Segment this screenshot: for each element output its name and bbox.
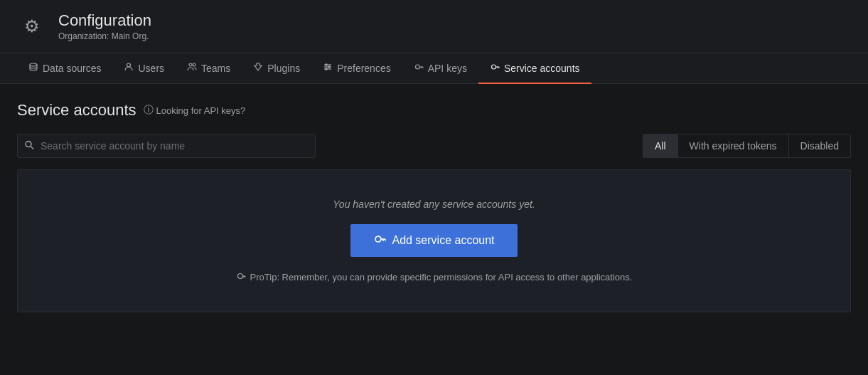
tab-service-accounts-label: Service accounts xyxy=(504,63,580,74)
tab-plugins[interactable]: Plugins xyxy=(242,53,311,84)
header-text: Configuration Organization: Main Org. xyxy=(58,11,151,41)
protip-text: ProTip: Remember, you can provide specif… xyxy=(250,272,633,282)
configuration-icon: ⚙ xyxy=(17,11,47,41)
api-keys-hint[interactable]: ⓘ Looking for API keys? xyxy=(144,104,246,117)
protip-icon xyxy=(236,271,246,283)
tab-service-accounts[interactable]: Service accounts xyxy=(478,53,591,84)
org-subtitle: Organization: Main Org. xyxy=(58,31,151,41)
tab-preferences-label: Preferences xyxy=(337,63,390,74)
svg-point-1 xyxy=(127,63,131,67)
tab-plugins-label: Plugins xyxy=(267,63,300,74)
svg-point-18 xyxy=(26,142,31,147)
tab-data-sources[interactable]: Data sources xyxy=(17,53,112,84)
filter-expired-button[interactable]: With expired tokens xyxy=(678,134,789,157)
data-sources-icon xyxy=(28,62,38,74)
svg-point-7 xyxy=(326,64,327,65)
page-title-row: Service accounts ⓘ Looking for API keys? xyxy=(17,101,851,120)
search-input[interactable] xyxy=(17,134,316,158)
filter-disabled-button[interactable]: Disabled xyxy=(789,134,850,157)
tab-users-label: Users xyxy=(138,63,164,74)
search-icon xyxy=(24,140,34,152)
page-header: ⚙ Configuration Organization: Main Org. xyxy=(0,0,868,53)
preferences-icon xyxy=(323,62,333,74)
tab-teams[interactable]: Teams xyxy=(176,53,242,84)
users-icon xyxy=(124,62,134,74)
svg-point-14 xyxy=(491,65,495,69)
app-title: Configuration xyxy=(58,11,151,30)
api-keys-icon xyxy=(414,62,424,74)
page-title: Service accounts xyxy=(17,101,136,120)
nav-tabs: Data sources Users Teams Plugins Prefere… xyxy=(0,53,868,84)
teams-icon xyxy=(187,62,197,74)
tab-preferences[interactable]: Preferences xyxy=(311,53,402,84)
protip-row: ProTip: Remember, you can provide specif… xyxy=(236,271,633,283)
svg-point-3 xyxy=(193,63,195,66)
svg-point-9 xyxy=(326,68,327,70)
svg-point-0 xyxy=(30,63,37,66)
filter-row: All With expired tokens Disabled xyxy=(17,134,851,158)
service-accounts-icon xyxy=(490,62,500,74)
search-container xyxy=(17,134,316,158)
svg-point-2 xyxy=(189,63,192,66)
empty-state-text: You haven't created any service accounts… xyxy=(333,199,535,210)
svg-point-20 xyxy=(375,236,381,242)
svg-point-8 xyxy=(328,66,330,68)
tab-users[interactable]: Users xyxy=(112,53,176,84)
tab-api-keys-label: API keys xyxy=(428,63,467,74)
filter-buttons: All With expired tokens Disabled xyxy=(643,134,851,158)
svg-line-19 xyxy=(31,147,34,149)
tab-data-sources-label: Data sources xyxy=(43,63,101,74)
tab-teams-label: Teams xyxy=(201,63,230,74)
svg-point-24 xyxy=(237,274,242,279)
add-service-account-button[interactable]: Add service account xyxy=(350,224,517,257)
key-icon xyxy=(373,233,386,248)
info-icon: ⓘ xyxy=(144,104,154,117)
api-keys-hint-text: Looking for API keys? xyxy=(156,105,246,116)
empty-state-panel: You haven't created any service accounts… xyxy=(17,169,851,312)
add-service-account-label: Add service account xyxy=(392,234,494,247)
tab-api-keys[interactable]: API keys xyxy=(402,53,478,84)
plugins-icon xyxy=(253,62,263,74)
main-content: Service accounts ⓘ Looking for API keys?… xyxy=(0,84,868,329)
svg-point-10 xyxy=(415,65,419,69)
filter-all-button[interactable]: All xyxy=(643,134,678,157)
